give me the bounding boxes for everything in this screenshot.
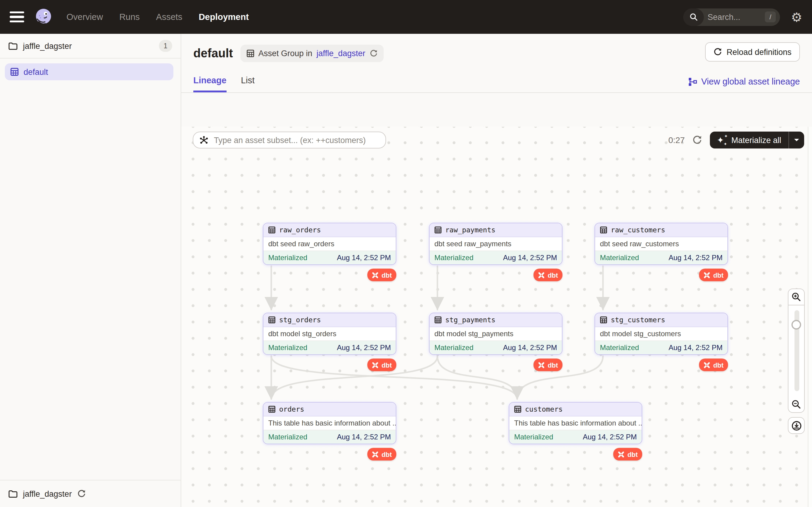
- global-search[interactable]: /: [683, 8, 780, 25]
- table-icon: [435, 226, 442, 234]
- refresh-icon[interactable]: [369, 50, 377, 57]
- refresh-icon[interactable]: [77, 490, 86, 498]
- asset-node-header: orders: [263, 403, 396, 416]
- table-icon: [268, 316, 275, 324]
- asset-group-header: default Asset Group in jaffle_dagster: [181, 34, 812, 93]
- top-navigation-bar: OverviewRunsAssetsDeployment / ⚙: [0, 0, 812, 34]
- zoom-slider: [788, 305, 805, 396]
- asset-name: customers: [525, 405, 563, 413]
- asset-node-header: stg_payments: [429, 313, 562, 327]
- materialize-options-caret[interactable]: [789, 131, 804, 149]
- asset-node-footer: Materialized Aug 14, 2:52 PM: [595, 341, 727, 354]
- asset-node[interactable]: raw_orders dbt seed raw_orders Materiali…: [263, 223, 396, 265]
- asset-subset-filter[interactable]: [193, 131, 386, 149]
- nav-item-runs[interactable]: Runs: [119, 12, 140, 22]
- asset-node[interactable]: stg_orders dbt model stg_orders Material…: [263, 313, 396, 355]
- sidebar-item-default[interactable]: default: [5, 63, 173, 80]
- dbt-badge-label: dbt: [382, 361, 392, 369]
- asset-timestamp[interactable]: Aug 14, 2:52 PM: [668, 253, 723, 262]
- download-image-button[interactable]: [788, 417, 805, 434]
- asset-group-icon: [10, 68, 19, 76]
- asset-node[interactable]: stg_payments dbt model stg_payments Mate…: [429, 313, 562, 355]
- materialize-all-label: Materialize all: [731, 135, 781, 145]
- asset-node-header: raw_orders: [263, 223, 396, 237]
- tab-list[interactable]: List: [241, 75, 255, 92]
- asset-node-footer: Materialized Aug 14, 2:52 PM: [509, 430, 642, 444]
- asset-node[interactable]: raw_payments dbt seed raw_payments Mater…: [429, 223, 562, 265]
- nav-item-assets[interactable]: Assets: [156, 12, 183, 22]
- materialize-all-button[interactable]: ✦✦✦ Materialize all: [710, 131, 789, 149]
- table-icon: [600, 316, 607, 324]
- asset-node-footer: Materialized Aug 14, 2:52 PM: [429, 341, 562, 354]
- sidebar-item-label: default: [23, 67, 48, 76]
- asset-status: Materialized: [435, 343, 473, 352]
- asset-node-header: stg_customers: [595, 313, 727, 327]
- hamburger-menu-icon[interactable]: [10, 11, 24, 22]
- settings-gear-icon[interactable]: ⚙: [791, 11, 802, 23]
- nav-item-deployment[interactable]: Deployment: [199, 12, 249, 22]
- view-global-asset-lineage-link[interactable]: View global asset lineage: [688, 77, 800, 86]
- search-icon: [683, 8, 704, 25]
- materialize-toolbar: 0:27 ✦✦✦ Materialize all: [668, 131, 804, 149]
- primary-nav: OverviewRunsAssetsDeployment: [66, 12, 249, 22]
- asset-timestamp[interactable]: Aug 14, 2:52 PM: [337, 433, 391, 441]
- asset-timestamp[interactable]: Aug 14, 2:52 PM: [503, 343, 557, 352]
- search-input[interactable]: [704, 12, 765, 21]
- view-tabs: Lineage List: [193, 75, 255, 92]
- asset-status: Materialized: [268, 343, 307, 352]
- refresh-icon[interactable]: [693, 135, 702, 145]
- asset-timestamp[interactable]: Aug 14, 2:52 PM: [503, 253, 557, 262]
- dbt-logo-icon: [372, 451, 379, 458]
- folder-icon: [8, 42, 17, 50]
- viewport-scrollbar[interactable]: [808, 127, 812, 507]
- zoom-in-button[interactable]: [788, 288, 805, 305]
- main-content: default Asset Group in jaffle_dagster: [181, 34, 812, 507]
- zoom-out-button[interactable]: [788, 396, 805, 413]
- asset-node-footer: Materialized Aug 14, 2:52 PM: [595, 251, 727, 264]
- dagster-logo-icon[interactable]: [34, 7, 53, 26]
- zoom-controls: [788, 288, 805, 434]
- tab-lineage[interactable]: Lineage: [193, 75, 226, 92]
- dbt-badge-label: dbt: [548, 361, 558, 369]
- asset-name: raw_orders: [279, 226, 321, 234]
- reload-definitions-button[interactable]: Reload definitions: [705, 42, 800, 62]
- asset-description: dbt seed raw_orders: [263, 237, 396, 251]
- asset-timestamp[interactable]: Aug 14, 2:52 PM: [337, 343, 391, 352]
- lineage-viewport[interactable]: raw_orders dbt seed raw_orders Materiali…: [181, 127, 812, 507]
- asset-timestamp[interactable]: Aug 14, 2:52 PM: [583, 433, 637, 441]
- asset-timestamp[interactable]: Aug 14, 2:52 PM: [668, 343, 723, 352]
- asset-description: dbt seed raw_customers: [595, 237, 727, 251]
- asset-node[interactable]: customers This table has basic informati…: [509, 402, 642, 444]
- table-icon: [435, 316, 442, 324]
- code-location-name: jaffle_dagster: [23, 41, 72, 50]
- sidebar-code-location-row[interactable]: jaffle_dagster 1: [0, 34, 181, 59]
- asset-node[interactable]: raw_customers dbt seed raw_customers Mat…: [595, 223, 728, 265]
- asset-node-footer: Materialized Aug 14, 2:52 PM: [429, 251, 562, 264]
- asset-subset-input[interactable]: [213, 135, 379, 145]
- asset-node-header: raw_customers: [595, 223, 727, 237]
- asset-timestamp[interactable]: Aug 14, 2:52 PM: [337, 253, 391, 262]
- dbt-logo-icon: [704, 271, 711, 279]
- footer-code-location-name: jaffle_dagster: [23, 489, 72, 498]
- asset-name: stg_customers: [611, 316, 665, 324]
- asset-description: This table has basic information about .…: [509, 416, 642, 430]
- nav-item-overview[interactable]: Overview: [66, 12, 103, 22]
- asset-status: Materialized: [435, 253, 473, 262]
- dbt-badge: dbt: [534, 269, 562, 281]
- asset-node-header: raw_payments: [429, 223, 562, 237]
- dbt-logo-icon: [372, 271, 379, 279]
- dbt-badge-label: dbt: [713, 361, 723, 369]
- refresh-timer: 0:27: [668, 135, 685, 145]
- dbt-badge-label: dbt: [627, 451, 638, 458]
- asset-node[interactable]: orders This table has basic information …: [263, 402, 396, 444]
- dbt-badge-label: dbt: [713, 271, 723, 279]
- dbt-logo-icon: [618, 451, 625, 458]
- dbt-badge: dbt: [613, 448, 642, 460]
- group-pill-location-link[interactable]: jaffle_dagster: [317, 49, 365, 58]
- asset-status: Materialized: [268, 253, 307, 262]
- asset-name: raw_customers: [611, 226, 665, 234]
- asset-description: dbt model stg_payments: [429, 327, 562, 341]
- asset-node[interactable]: stg_customers dbt model stg_customers Ma…: [595, 313, 728, 355]
- zoom-slider-knob[interactable]: [792, 320, 801, 330]
- dbt-badge: dbt: [699, 358, 728, 371]
